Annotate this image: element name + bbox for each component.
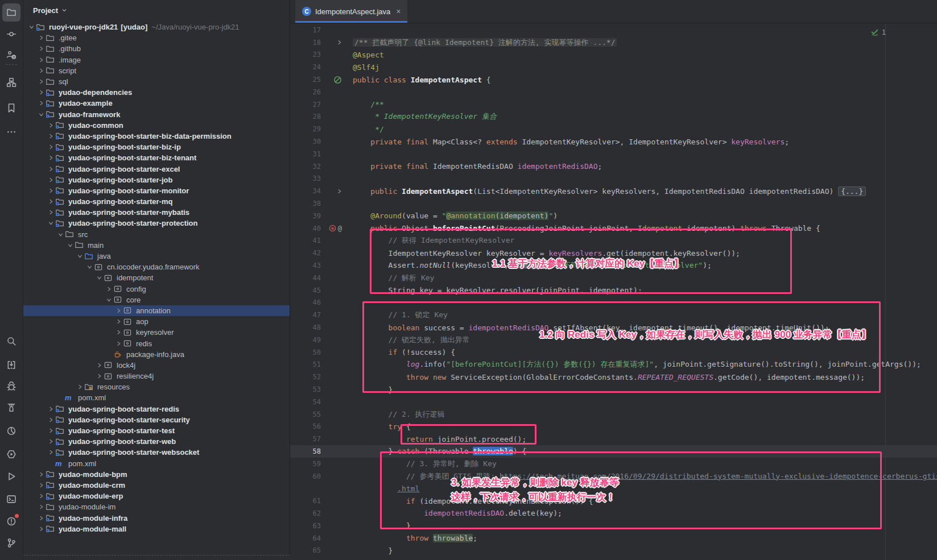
tree-item-aop[interactable]: aop [23,316,290,327]
line-number[interactable]: 44 [290,274,321,282]
tree-item-yudao-spring-boot-starter-web[interactable]: yudao-spring-boot-starter-web [23,436,290,447]
project-panel-header[interactable]: Project [23,0,290,20]
code-line-50[interactable]: 50 if (!success) { [290,346,937,359]
code-line-17[interactable]: 17 [290,24,937,36]
chevron-right-icon[interactable] [46,428,55,433]
chevron-right-icon[interactable] [46,123,55,128]
tree-item-yudao-module-erp[interactable]: yudao-module-erp [23,491,290,501]
code-line-40[interactable]: 40m@ public Object beforePointCut(Procee… [290,222,937,235]
chevron-right-icon[interactable] [36,90,46,95]
chevron-right-icon[interactable] [114,319,123,324]
code-line-31[interactable]: 31 [290,148,937,160]
chevron-right-icon[interactable] [36,516,46,521]
chevron-right-icon[interactable] [94,374,104,379]
tree-item-annotation[interactable]: annotation [23,305,290,316]
tree-item-yudao-spring-boot-starter-mq[interactable]: yudao-spring-boot-starter-mq [23,196,290,207]
tree-item--github[interactable]: .github [23,43,290,54]
line-number[interactable]: 27 [290,101,321,109]
tree-item-ruoyi-vue-pro-jdk21[interactable]: ruoyi-vue-pro-jdk21[yudao]~/Java/ruoyi-v… [23,22,290,32]
line-number[interactable]: 49 [290,336,321,344]
code-line-51[interactable]: 51 log.info("[beforePointCut][方法({}) 参数(… [290,359,937,371]
chevron-right-icon[interactable] [46,450,55,455]
fold-arrow-icon[interactable] [337,38,342,47]
line-number[interactable]: 51 [290,360,321,368]
line-number[interactable]: 65 [290,546,321,554]
chevron-right-icon[interactable] [75,384,84,389]
code-line-24[interactable]: 24@Slf4j [290,61,937,73]
chevron-right-icon[interactable] [36,493,46,499]
code-line-61[interactable]: 61 if (idempotent.deleteKeyWhenException… [290,495,937,507]
chevron-right-icon[interactable] [36,35,46,40]
run-icon[interactable] [2,467,20,486]
chevron-down-icon[interactable] [61,5,67,15]
line-number[interactable]: 40 [290,225,321,233]
gutter[interactable] [321,38,345,47]
code-line-56[interactable]: 56 try { [290,421,937,433]
tree-item-yudao-common[interactable]: yudao-common [23,120,290,131]
code-line-55[interactable]: 55 // 2. 执行逻辑 [290,408,937,421]
chevron-down-icon[interactable] [104,297,113,302]
code-line-65[interactable]: 65 } [290,544,937,557]
terminal-icon[interactable] [2,490,20,508]
code-line-33[interactable]: 33 [290,173,937,185]
line-number[interactable]: 45 [290,287,321,294]
line-number[interactable]: 59 [290,460,321,468]
code-line-32[interactable]: 32 private final IdempotentRedisDAO idem… [290,160,937,173]
code-line-52[interactable]: 52 throw new ServiceException(GlobalErro… [290,371,937,383]
tab-idempotentaspect-java[interactable]: C IdempotentAspect.java × [295,0,407,23]
code-line-53[interactable]: 53 } [290,383,937,396]
tree-item-yudao-spring-boot-starter-excel[interactable]: yudao-spring-boot-starter-excel [23,163,290,174]
code-line-39[interactable]: 39 @Around(value = "@annotation(idempote… [290,210,937,222]
chevron-right-icon[interactable] [46,210,55,215]
line-number[interactable]: 48 [290,323,321,331]
misc-tool-icon[interactable] [2,356,20,374]
more-icon[interactable] [2,123,20,141]
project-folder-icon[interactable] [2,3,20,22]
code-line-42[interactable]: 42 IdempotentKeyResolver keyResolver = k… [290,247,937,259]
tree-item-yudao-spring-boot-starter-protection[interactable]: yudao-spring-boot-starter-protection [23,218,290,229]
chevron-down-icon[interactable] [27,24,36,30]
debug-icon[interactable] [2,378,20,396]
code-line-34[interactable]: 34 public IdempotentAspect(List<Idempote… [290,185,937,197]
tree-item-src[interactable]: src [23,229,290,240]
chevron-right-icon[interactable] [104,287,113,292]
tree-item-resilience4j[interactable]: resilience4j [23,371,290,381]
chevron-right-icon[interactable] [36,483,46,488]
code-line-29[interactable]: 29 */ [290,123,937,135]
close-icon[interactable]: × [396,7,401,16]
code-line-41[interactable]: 41 // 获得 IdempotentKeyResolver [290,235,937,247]
code-line-26[interactable]: 26 [290,86,937,98]
line-number[interactable]: 38 [290,200,321,208]
line-number[interactable]: 62 [290,509,321,517]
bookmarks-icon[interactable] [2,99,20,117]
tree-item-keyresolver[interactable]: keyresolver [23,327,290,338]
tree-item-yudao-module-infra[interactable]: yudao-module-infra [23,512,290,523]
code-line-30[interactable]: 30 private final Map<Class<? extends Ide… [290,135,937,148]
code-line-63[interactable]: 63 } [290,520,937,532]
chevron-down-icon[interactable] [94,275,104,280]
tree-item-yudao-spring-boot-starter-security[interactable]: yudao-spring-boot-starter-security [23,414,290,425]
code-line-43[interactable]: 43 Assert.notNull(keyResolver, message: … [290,259,937,272]
chevron-right-icon[interactable] [46,417,55,422]
line-number[interactable]: 18 [290,39,321,47]
chevron-right-icon[interactable] [36,57,46,63]
services-icon[interactable] [2,445,20,463]
tree-item-yudao-module-im[interactable]: yudao-module-im [23,501,290,512]
line-number[interactable]: 31 [290,150,321,158]
chevron-down-icon[interactable] [75,254,84,259]
line-number[interactable]: 46 [290,298,321,306]
line-number[interactable]: 58 [290,447,321,455]
profiler-icon[interactable] [2,422,20,440]
code-line-59[interactable]: 59 // 3. 异常时, 删除 Key [290,458,937,470]
tree-item-yudao-spring-boot-starter-monitor[interactable]: yudao-spring-boot-starter-monitor [23,185,290,196]
chevron-right-icon[interactable] [36,101,46,106]
chevron-down-icon[interactable] [65,243,75,248]
code-line-44[interactable]: 44 // 解析 Key [290,272,937,284]
line-number[interactable]: 33 [290,175,321,182]
tree-item-yudao-module-bpm[interactable]: yudao-module-bpm [23,469,290,480]
line-number[interactable]: 41 [290,237,321,244]
line-number[interactable]: 47 [290,311,321,319]
chevron-right-icon[interactable] [114,330,123,335]
line-number[interactable]: 52 [290,373,321,381]
search-icon[interactable] [2,332,20,350]
